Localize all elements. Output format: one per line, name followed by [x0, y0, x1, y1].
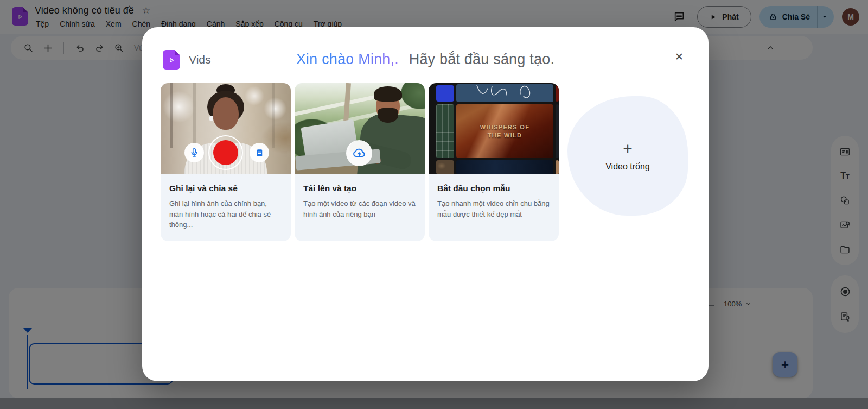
card-description: Tạo nhanh một video chỉn chu bằng mẫu đư…	[437, 198, 550, 219]
card-upload-photo	[295, 83, 425, 174]
template-tile	[556, 104, 559, 158]
doodle-lines	[456, 84, 553, 102]
close-icon: ✕	[675, 51, 684, 63]
card-upload-and-create[interactable]: Tải lên và tạo Tạo một video từ các đoạn…	[295, 83, 425, 241]
blank-video-label: Video trống	[605, 162, 650, 172]
card-description: Ghi lại hình ảnh của chính bạn, màn hình…	[169, 198, 282, 230]
record-dot-icon	[213, 140, 238, 165]
template-tile	[556, 160, 559, 174]
template-tile-featured: WHISPERS OF THE WILD	[456, 104, 553, 158]
card-start-from-template[interactable]: WHISPERS OF THE WILD Bắt đầu chọn mẫu Tạ…	[429, 83, 559, 241]
greeting-heading: Xin chào Minh,. Hãy bắt đầu sáng tạo.	[142, 51, 709, 68]
mic-badge	[184, 143, 204, 162]
template-tile	[456, 160, 553, 174]
template-tile	[436, 104, 454, 158]
close-dialog-button[interactable]: ✕	[669, 47, 689, 66]
template-tile	[556, 85, 559, 102]
template-title-line2: THE WILD	[488, 132, 522, 139]
doc-badge	[250, 143, 269, 162]
plus-icon: +	[623, 141, 633, 157]
greeting-rest: Hãy bắt đầu sáng tạo.	[409, 51, 554, 67]
document-icon	[254, 148, 265, 158]
card-title: Bắt đầu chọn mẫu	[437, 184, 550, 193]
welcome-dialog: Vids Xin chào Minh,. Hãy bắt đầu sáng tạ…	[142, 27, 709, 381]
template-tile	[436, 85, 454, 102]
card-title: Tải lên và tạo	[303, 184, 416, 193]
card-title: Ghi lại và chia sẻ	[169, 184, 282, 193]
vids-app: Video không có tiêu đề ☆ Tệp Chỉnh sửa X…	[0, 0, 868, 409]
card-record-photo	[161, 83, 291, 174]
card-description: Tạo một video từ các đoạn video và hình …	[303, 198, 416, 219]
template-tile	[436, 160, 454, 174]
card-template-collage: WHISPERS OF THE WILD	[429, 83, 559, 174]
mic-icon	[189, 147, 200, 158]
greeting-highlight: Xin chào Minh,.	[296, 51, 399, 67]
card-record-and-share[interactable]: Ghi lại và chia sẻ Ghi lại hình ảnh của …	[161, 83, 291, 241]
cloud-upload-icon	[352, 146, 366, 160]
template-title-line1: WHISPERS OF	[480, 124, 529, 130]
upload-badge	[346, 140, 372, 166]
blank-video-button[interactable]: + Video trống	[567, 96, 688, 216]
template-tile	[456, 84, 553, 102]
